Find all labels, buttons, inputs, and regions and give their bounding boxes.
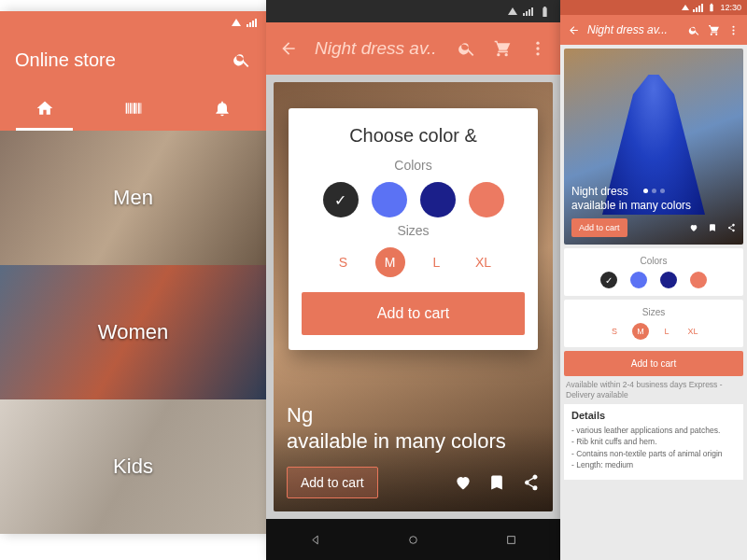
size-s[interactable]: S (329, 247, 359, 277)
app-title: Online store (15, 49, 116, 71)
app-bar: Night dress av... (560, 15, 747, 45)
bell-icon (213, 99, 232, 118)
page-title: Night dress av.. (315, 38, 441, 59)
android-nav-bar (266, 519, 560, 560)
category-kids[interactable]: Kids (0, 399, 266, 534)
size-l[interactable]: L (658, 323, 675, 340)
size-options: S M L XL (302, 247, 525, 277)
details-item: Rib knit cuffs and hem. (571, 436, 736, 447)
phone-product-detail: 12:30 Night dress av... Night dress avai… (560, 0, 747, 560)
svg-point-2 (536, 52, 539, 55)
svg-point-6 (732, 29, 734, 31)
search-icon[interactable] (688, 24, 700, 36)
bookmark-icon[interactable] (487, 473, 506, 492)
status-bar (0, 11, 266, 34)
size-options: S M L XL (570, 323, 738, 340)
details-item: Contains non-textile parts of animal ori… (571, 448, 736, 459)
hero-overlay: Ng available in many colors Add to cart (274, 389, 553, 511)
wifi-icon (682, 5, 689, 10)
tab-bar (0, 86, 266, 131)
battery-icon (539, 6, 551, 18)
clock: 12:30 (720, 3, 741, 12)
color-swatches: ✓ (570, 272, 738, 288)
details-item: various leather applications and patches… (571, 425, 736, 436)
app-bar: Online store (0, 34, 266, 86)
product-hero[interactable]: Night dress available in many colors Add… (564, 49, 743, 245)
color-swatch-blue[interactable] (630, 272, 647, 288)
overflow-icon[interactable] (529, 39, 547, 58)
size-m[interactable]: M (375, 247, 405, 277)
size-l[interactable]: L (422, 247, 452, 277)
phone-store-home: Online store Men Women Kids (0, 11, 266, 534)
tab-notifications[interactable] (177, 86, 266, 131)
color-swatch-navy[interactable] (420, 182, 456, 217)
size-xl[interactable]: XL (684, 323, 701, 340)
app-bar: Night dress av.. (266, 22, 560, 75)
share-icon[interactable] (726, 223, 736, 232)
signal-icon (693, 4, 703, 12)
category-label: Men (113, 186, 153, 210)
page-title: Night dress av... (587, 23, 681, 36)
back-icon[interactable] (568, 24, 580, 36)
category-label: Kids (113, 455, 153, 479)
color-swatch-blue[interactable] (372, 182, 407, 217)
nav-back-icon[interactable] (309, 534, 321, 546)
color-swatch-black[interactable]: ✓ (600, 272, 617, 288)
hero-title-line1: Night dress (571, 185, 628, 198)
sizes-label: Sizes (302, 223, 525, 238)
details-list: various leather applications and patches… (571, 425, 736, 470)
wifi-icon (232, 19, 241, 26)
hero-overlay: Night dress available in many colors Add… (564, 177, 743, 245)
tab-barcode[interactable] (89, 86, 177, 131)
search-icon[interactable] (458, 39, 476, 58)
tab-home[interactable] (0, 86, 89, 131)
add-to-cart-button[interactable]: Add to cart (287, 467, 378, 498)
details-item: Length: medium (571, 459, 736, 470)
svg-point-5 (732, 25, 734, 27)
color-swatch-black[interactable]: ✓ (323, 182, 359, 217)
nav-recent-icon[interactable] (505, 534, 517, 546)
home-icon (35, 99, 54, 118)
nav-home-icon[interactable] (407, 534, 419, 546)
variant-picker-dialog: Choose color & Colors ✓ Sizes S M L XL A… (289, 108, 538, 350)
size-s[interactable]: S (606, 323, 623, 340)
favorite-icon[interactable] (689, 223, 698, 232)
battery-icon (707, 3, 716, 12)
bookmark-icon[interactable] (708, 223, 717, 232)
sizes-card: Sizes S M L XL (564, 300, 743, 347)
svg-point-0 (536, 42, 539, 45)
hero-title-line2: available in many colors (571, 199, 691, 212)
status-bar (266, 0, 560, 22)
signal-icon (247, 19, 257, 27)
wifi-icon (508, 7, 517, 15)
signal-icon (523, 7, 533, 16)
overflow-icon[interactable] (727, 24, 740, 36)
search-icon[interactable] (233, 50, 251, 69)
cart-icon[interactable] (493, 39, 512, 58)
svg-point-1 (536, 47, 539, 49)
sizes-label: Sizes (570, 307, 738, 317)
svg-rect-4 (508, 536, 515, 543)
tablet-product-detail: Night dress av.. Ng available in many co… (266, 0, 560, 560)
size-m[interactable]: M (632, 323, 649, 340)
category-men[interactable]: Men (0, 131, 266, 265)
size-xl[interactable]: XL (469, 247, 499, 277)
share-icon[interactable] (521, 473, 540, 492)
color-swatch-coral[interactable] (690, 272, 707, 288)
svg-point-7 (732, 33, 734, 35)
add-to-cart-button[interactable]: Add to cart (302, 292, 525, 335)
add-to-cart-button[interactable]: Add to cart (571, 218, 627, 237)
add-to-cart-button[interactable]: Add to cart (564, 351, 743, 376)
colors-card: Colors ✓ (564, 248, 743, 296)
color-swatch-navy[interactable] (660, 272, 677, 288)
back-icon[interactable] (279, 39, 298, 58)
category-women[interactable]: Women (0, 265, 266, 399)
color-swatches: ✓ (302, 182, 525, 217)
category-label: Women (98, 320, 168, 344)
favorite-icon[interactable] (454, 473, 472, 492)
hero-title-line2: available in many colors (287, 429, 506, 453)
hero-title-line1: Ng (287, 403, 313, 427)
colors-label: Colors (570, 256, 738, 266)
color-swatch-coral[interactable] (469, 182, 504, 217)
cart-icon[interactable] (708, 24, 720, 36)
